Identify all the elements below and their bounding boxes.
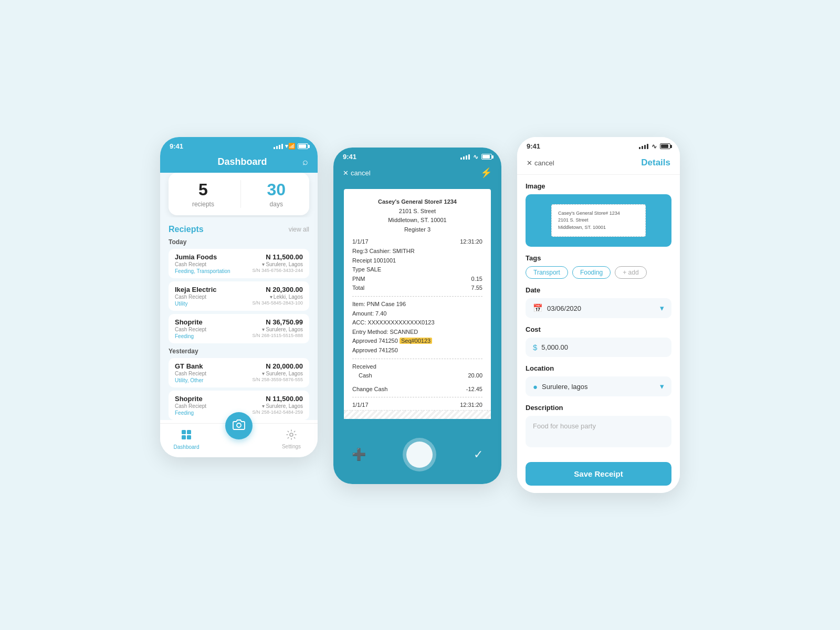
add-button[interactable]: ➕ <box>352 448 366 461</box>
image-label: Image <box>526 182 671 190</box>
receipt-location: ▾ Surulere, Lagos <box>252 261 303 267</box>
cost-input[interactable]: $ 5,000.00 <box>526 338 671 357</box>
receipt-sn: S/N 258-3559-5876-555 <box>252 377 303 382</box>
tag-transport[interactable]: Transport <box>526 266 568 279</box>
tags-row: Transport Fooding + add <box>526 266 671 279</box>
receipt-sn: S/N 258-1642-5484-259 <box>252 410 303 415</box>
camera-icon <box>233 418 245 434</box>
svg-rect-2 <box>182 435 186 439</box>
save-receipt-button[interactable]: Save Receipt <box>526 462 671 486</box>
receipt-info-left: Ikeja Electric Cash Reciept Utility <box>175 286 252 307</box>
confirm-button[interactable]: ✓ <box>474 448 483 461</box>
shutter-button[interactable] <box>403 438 436 471</box>
details-screen: 9:41 ∿ ✕ cancel Details <box>517 137 680 493</box>
seq-highlight: Seq#00123 <box>400 338 432 344</box>
flash-button[interactable]: ⚡ <box>480 167 492 178</box>
receipt-register: Register 3 <box>352 225 482 235</box>
scanner-controls: ➕ ✓ <box>333 427 501 484</box>
wifi-icon-3: ∿ <box>652 143 657 150</box>
description-input[interactable]: Food for house party <box>526 416 671 447</box>
yesterday-label: Yesterday <box>169 348 309 355</box>
view-all-link[interactable]: view all <box>289 226 309 233</box>
status-time-1: 9:41 <box>170 142 183 150</box>
list-item[interactable]: Ikeja Electric Cash Reciept Utility N 20… <box>169 281 309 311</box>
calendar-icon: 📅 <box>533 303 543 313</box>
date-section: Date 📅 03/06/2020 ▾ <box>526 286 671 318</box>
receipt-location: ▾ Surulere, Lagos <box>252 371 303 376</box>
receipt-thumbnail: Casey's General Store# 1234 2101 S. Stre… <box>551 204 646 237</box>
receipt-location: ▾ Surulere, Lagos <box>252 403 303 409</box>
receipt-amount: N 36,750.99 <box>252 318 303 326</box>
cost-section: Cost $ 5,000.00 <box>526 326 671 357</box>
scanner-cancel-button[interactable]: ✕ cancel <box>343 169 371 177</box>
receipt-approved-2: Approved 741250 <box>352 346 482 355</box>
tags-section: Tags Transport Fooding + add <box>526 254 671 279</box>
image-preview: Casey's General Store# 1234 2101 S. Stre… <box>526 194 671 247</box>
receipt-divider-2 <box>352 359 482 359</box>
tag-fooding[interactable]: Fooding <box>572 266 611 279</box>
receipt-amount: N 20,300.00 <box>252 286 303 293</box>
list-item[interactable]: Shoprite Cash Reciept Feeding N 36,750.9… <box>169 314 309 343</box>
stat-receipts: 5 reciepts <box>192 180 214 208</box>
receipt-footer: 1/1/17 12:31:20 <box>352 401 482 410</box>
details-cancel-button[interactable]: ✕ cancel <box>527 159 554 167</box>
receipt-type: Cash Reciept <box>175 371 252 376</box>
list-item[interactable]: GT Bank Cash Reciept Utility, Other N 20… <box>169 358 309 387</box>
receipts-header: Reciepts view all <box>169 225 309 234</box>
receipt-store-name: Casey's General Store# 1234 <box>352 197 482 207</box>
location-input-row: ● Surulere, lagos <box>533 382 660 391</box>
location-pin-icon: ▾ <box>262 327 265 332</box>
receipt-info-right: N 20,000.00 ▾ Surulere, Lagos S/N 258-35… <box>252 362 303 382</box>
signal-icon-3 <box>639 144 648 149</box>
list-item[interactable]: Jumia Foods Cash Reciept Feeding, Transp… <box>169 249 309 278</box>
svg-point-5 <box>237 423 241 427</box>
receipts-section: Reciepts view all Today Jumia Foods Cash… <box>160 217 318 420</box>
receipt-datetime: 1/1/17 12:31:20 <box>352 237 482 247</box>
date-input[interactable]: 📅 03/06/2020 ▾ <box>526 298 671 318</box>
location-input[interactable]: ● Surulere, lagos ▾ <box>526 376 671 396</box>
stat-days-label: days <box>267 201 286 208</box>
details-title: Details <box>641 158 670 168</box>
camera-fab-button[interactable] <box>225 412 253 439</box>
receipt-amount: N 11,500.00 <box>252 395 303 403</box>
receipt-tags: Utility <box>175 301 252 307</box>
scanner-screen: 9:41 ∿ .phone-2 .battery-icon::after{bac… <box>333 148 501 484</box>
location-pin-icon: ▾ <box>262 371 265 376</box>
receipt-info-right: N 11,500.00 ▾ Surulere, Lagos S/N 345-67… <box>252 253 303 273</box>
battery-icon-2: .phone-2 .battery-icon::after{background… <box>481 154 492 160</box>
receipt-item-label: Item: PNM Case 196 <box>352 300 482 309</box>
tag-add-button[interactable]: + add <box>615 266 646 279</box>
signal-icon-1 <box>274 144 283 149</box>
image-section: Image Casey's General Store# 1234 2101 S… <box>526 182 671 247</box>
status-bar-1: 9:41 ▾📶 <box>160 137 318 153</box>
nav-settings[interactable]: Settings <box>265 429 318 449</box>
receipt-city: Middletown, ST. 10001 <box>352 216 482 225</box>
receipt-sn: S/N 268-1515-5515-888 <box>252 333 303 338</box>
receipt-number: Receipt 1001001 <box>352 256 482 266</box>
x-icon: ✕ <box>343 169 349 177</box>
receipt-paper: Casey's General Store# 1234 2101 S. Stre… <box>344 189 491 419</box>
wifi-icon-1: ▾📶 <box>285 143 296 150</box>
receipt-type: Cash Reciept <box>175 327 252 332</box>
description-value: Food for house party <box>533 422 596 430</box>
search-button[interactable]: ⌕ <box>302 156 308 167</box>
cost-value: 5,000.00 <box>541 343 568 351</box>
scanner-body: Casey's General Store# 1234 2101 S. Stre… <box>333 184 501 427</box>
location-pin-icon: ▾ <box>262 403 265 409</box>
nav-settings-label: Settings <box>265 444 318 449</box>
stat-divider <box>240 180 241 208</box>
receipt-tags: Feeding <box>175 333 252 339</box>
scanner-header: ✕ cancel ⚡ <box>333 164 501 184</box>
dashboard-screen: 9:41 ▾📶 Dashboard ⌕ 5 <box>160 137 318 457</box>
receipt-type: Cash Reciept <box>175 294 252 300</box>
status-time-3: 9:41 <box>527 142 540 150</box>
status-icons-2: ∿ .phone-2 .battery-icon::after{backgrou… <box>460 153 492 161</box>
cost-input-row: $ 5,000.00 <box>533 343 664 352</box>
nav-dashboard[interactable]: Dashboard <box>160 429 213 450</box>
receipt-info-right: N 11,500.00 ▾ Surulere, Lagos S/N 258-16… <box>252 395 303 415</box>
bottom-nav: Dashboard Settings <box>160 423 318 457</box>
dashboard-title: Dashboard <box>182 156 302 167</box>
receipt-divider-1 <box>352 296 482 297</box>
receipt-type: Cash Reciept <box>175 403 252 409</box>
receipt-entry: Entry Method: SCANNED <box>352 328 482 337</box>
